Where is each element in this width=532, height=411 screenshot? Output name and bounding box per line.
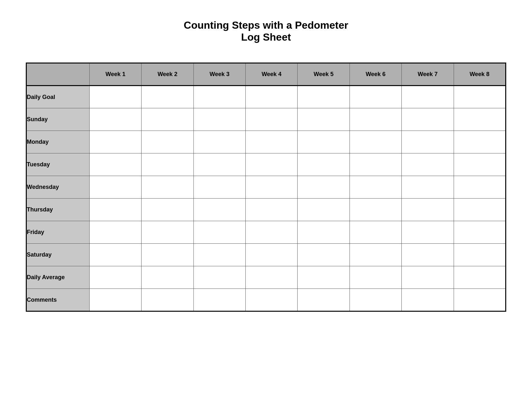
cell-friday-w1[interactable] — [89, 221, 141, 244]
cell-thursday-w8[interactable] — [454, 199, 506, 221]
label-tuesday: Tuesday — [26, 153, 90, 176]
label-monday: Monday — [26, 131, 90, 153]
cell-daily-avg-w4[interactable] — [246, 266, 298, 289]
cell-wednesday-w3[interactable] — [193, 176, 245, 199]
label-daily-average: Daily Average — [26, 266, 90, 289]
header-week-2: Week 2 — [142, 63, 193, 86]
cell-monday-w8[interactable] — [454, 131, 506, 153]
cell-daily-avg-w6[interactable] — [350, 266, 401, 289]
cell-wednesday-w1[interactable] — [89, 176, 141, 199]
cell-daily-avg-w2[interactable] — [142, 266, 193, 289]
cell-daily-goal-w2[interactable] — [142, 86, 193, 108]
cell-daily-avg-w8[interactable] — [454, 266, 506, 289]
cell-comments-w8[interactable] — [454, 289, 506, 311]
cell-sunday-w1[interactable] — [89, 108, 141, 131]
row-sunday: Sunday — [26, 108, 506, 131]
cell-monday-w5[interactable] — [298, 131, 350, 153]
cell-saturday-w1[interactable] — [89, 244, 141, 266]
cell-friday-w4[interactable] — [246, 221, 298, 244]
cell-tuesday-w7[interactable] — [402, 153, 454, 176]
cell-friday-w6[interactable] — [350, 221, 401, 244]
cell-comments-w4[interactable] — [246, 289, 298, 311]
cell-thursday-w3[interactable] — [193, 199, 245, 221]
cell-monday-w3[interactable] — [193, 131, 245, 153]
cell-daily-goal-w7[interactable] — [402, 86, 454, 108]
cell-comments-w1[interactable] — [89, 289, 141, 311]
cell-daily-avg-w3[interactable] — [193, 266, 245, 289]
cell-friday-w2[interactable] — [142, 221, 193, 244]
row-daily-goal: Daily Goal — [26, 86, 506, 108]
cell-monday-w6[interactable] — [350, 131, 401, 153]
header-week-3: Week 3 — [193, 63, 245, 86]
cell-sunday-w7[interactable] — [402, 108, 454, 131]
cell-comments-w3[interactable] — [193, 289, 245, 311]
label-comments: Comments — [26, 289, 90, 311]
row-monday: Monday — [26, 131, 506, 153]
cell-tuesday-w4[interactable] — [246, 153, 298, 176]
cell-wednesday-w4[interactable] — [246, 176, 298, 199]
label-daily-goal: Daily Goal — [26, 86, 90, 108]
header-week-5: Week 5 — [298, 63, 350, 86]
cell-daily-avg-w1[interactable] — [89, 266, 141, 289]
cell-monday-w1[interactable] — [89, 131, 141, 153]
cell-friday-w5[interactable] — [298, 221, 350, 244]
cell-wednesday-w8[interactable] — [454, 176, 506, 199]
row-tuesday: Tuesday — [26, 153, 506, 176]
cell-saturday-w6[interactable] — [350, 244, 401, 266]
cell-monday-w4[interactable] — [246, 131, 298, 153]
cell-friday-w8[interactable] — [454, 221, 506, 244]
cell-saturday-w8[interactable] — [454, 244, 506, 266]
cell-wednesday-w7[interactable] — [402, 176, 454, 199]
header-week-8: Week 8 — [454, 63, 506, 86]
cell-sunday-w6[interactable] — [350, 108, 401, 131]
cell-friday-w7[interactable] — [402, 221, 454, 244]
cell-thursday-w2[interactable] — [142, 199, 193, 221]
cell-daily-avg-w5[interactable] — [298, 266, 350, 289]
cell-thursday-w6[interactable] — [350, 199, 401, 221]
cell-wednesday-w5[interactable] — [298, 176, 350, 199]
cell-thursday-w1[interactable] — [89, 199, 141, 221]
cell-comments-w2[interactable] — [142, 289, 193, 311]
cell-tuesday-w1[interactable] — [89, 153, 141, 176]
cell-saturday-w4[interactable] — [246, 244, 298, 266]
cell-tuesday-w3[interactable] — [193, 153, 245, 176]
cell-thursday-w4[interactable] — [246, 199, 298, 221]
cell-saturday-w3[interactable] — [193, 244, 245, 266]
cell-daily-avg-w7[interactable] — [402, 266, 454, 289]
cell-tuesday-w5[interactable] — [298, 153, 350, 176]
cell-daily-goal-w6[interactable] — [350, 86, 401, 108]
cell-tuesday-w2[interactable] — [142, 153, 193, 176]
cell-friday-w3[interactable] — [193, 221, 245, 244]
cell-sunday-w5[interactable] — [298, 108, 350, 131]
cell-sunday-w8[interactable] — [454, 108, 506, 131]
cell-saturday-w5[interactable] — [298, 244, 350, 266]
cell-saturday-w7[interactable] — [402, 244, 454, 266]
cell-wednesday-w6[interactable] — [350, 176, 401, 199]
cell-daily-goal-w5[interactable] — [298, 86, 350, 108]
cell-comments-w6[interactable] — [350, 289, 401, 311]
cell-saturday-w2[interactable] — [142, 244, 193, 266]
cell-sunday-w4[interactable] — [246, 108, 298, 131]
cell-daily-goal-w8[interactable] — [454, 86, 506, 108]
cell-thursday-w7[interactable] — [402, 199, 454, 221]
cell-sunday-w2[interactable] — [142, 108, 193, 131]
cell-comments-w7[interactable] — [402, 289, 454, 311]
cell-monday-w2[interactable] — [142, 131, 193, 153]
log-table: Week 1 Week 2 Week 3 Week 4 Week 5 Week … — [26, 63, 506, 312]
title-line2: Log Sheet — [184, 31, 348, 43]
header-empty — [26, 63, 90, 86]
label-sunday: Sunday — [26, 108, 90, 131]
cell-daily-goal-w3[interactable] — [193, 86, 245, 108]
cell-monday-w7[interactable] — [402, 131, 454, 153]
cell-tuesday-w6[interactable] — [350, 153, 401, 176]
row-comments: Comments — [26, 289, 506, 311]
title-line1: Counting Steps with a Pedometer — [184, 19, 348, 31]
cell-thursday-w5[interactable] — [298, 199, 350, 221]
row-daily-average: Daily Average — [26, 266, 506, 289]
cell-tuesday-w8[interactable] — [454, 153, 506, 176]
cell-wednesday-w2[interactable] — [142, 176, 193, 199]
cell-daily-goal-w4[interactable] — [246, 86, 298, 108]
cell-comments-w5[interactable] — [298, 289, 350, 311]
cell-sunday-w3[interactable] — [193, 108, 245, 131]
cell-daily-goal-w1[interactable] — [89, 86, 141, 108]
